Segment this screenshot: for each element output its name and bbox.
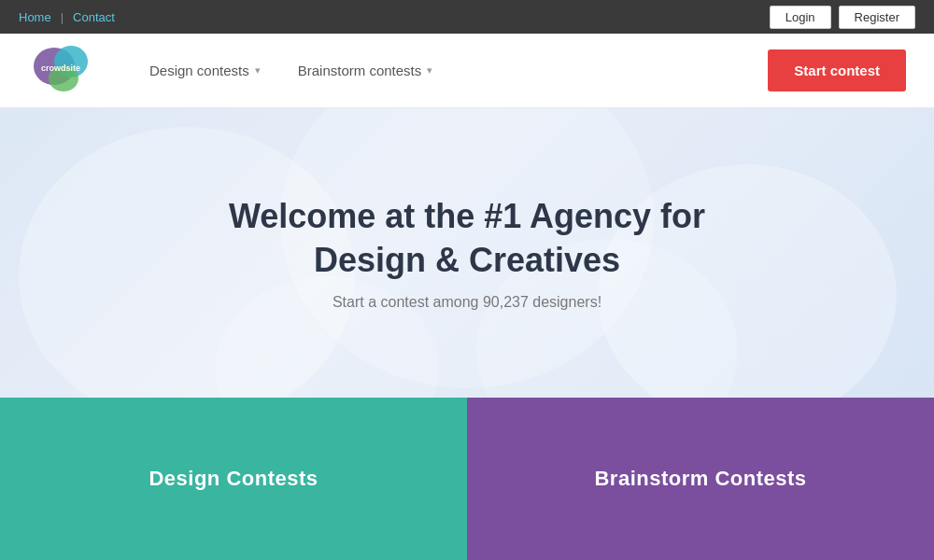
start-contest-button[interactable]: Start contest: [768, 49, 906, 91]
design-contests-label: Design contests: [149, 63, 249, 78]
brainstorm-contests-nav[interactable]: Brainstorm contests ▾: [298, 63, 433, 78]
logo-area[interactable]: crowdsite: [28, 43, 93, 99]
brainstorm-contests-label: Brainstorm contests: [298, 63, 422, 78]
design-contests-chevron: ▾: [255, 64, 261, 77]
register-button[interactable]: Register: [839, 6, 915, 29]
logo-icon: crowdsite: [28, 43, 93, 99]
brainstorm-contests-tile[interactable]: Brainstorm Contests: [467, 398, 934, 560]
hero-title-line2: Design & Creatives: [314, 241, 620, 279]
design-tile-label: Design Contests: [149, 467, 318, 491]
separator: |: [61, 10, 64, 24]
hero-subtitle: Start a contest among 90,237 designers!: [333, 294, 601, 311]
contact-link[interactable]: Contact: [73, 10, 115, 24]
nav-links: Design contests ▾ Brainstorm contests ▾: [149, 63, 768, 78]
design-contests-tile[interactable]: Design Contests: [0, 398, 467, 560]
brainstorm-contests-chevron: ▾: [427, 64, 432, 77]
login-button[interactable]: Login: [770, 6, 831, 29]
hero-section: Welcome at the #1 Agency for Design & Cr…: [0, 108, 934, 398]
main-nav: crowdsite Design contests ▾ Brainstorm c…: [0, 34, 934, 108]
top-bar-left: Home | Contact: [19, 10, 115, 24]
svg-text:crowdsite: crowdsite: [41, 63, 80, 73]
design-contests-nav[interactable]: Design contests ▾: [149, 63, 261, 78]
hero-title-line1: Welcome at the #1 Agency for: [229, 197, 705, 235]
top-bar-right: Login Register: [770, 6, 915, 29]
top-bar: Home | Contact Login Register: [0, 0, 934, 34]
hero-title: Welcome at the #1 Agency for Design & Cr…: [229, 195, 705, 283]
tiles-section: Design Contests Brainstorm Contests: [0, 398, 934, 560]
brainstorm-tile-label: Brainstorm Contests: [594, 467, 806, 491]
home-link[interactable]: Home: [19, 10, 51, 24]
